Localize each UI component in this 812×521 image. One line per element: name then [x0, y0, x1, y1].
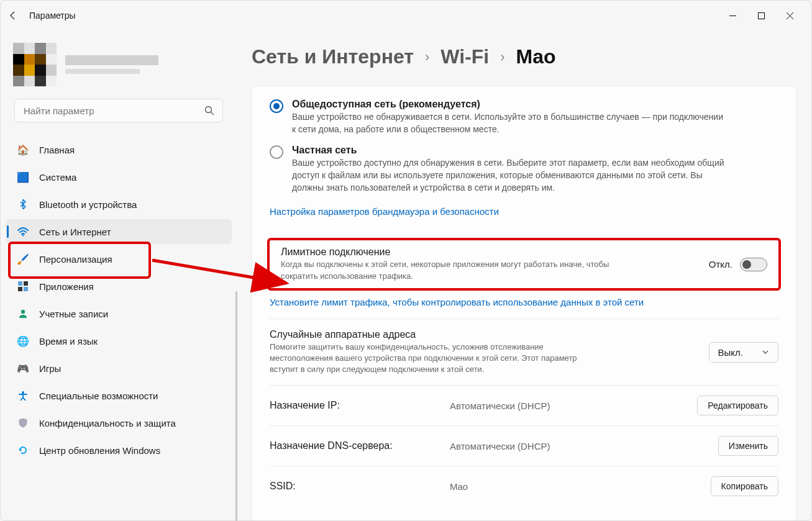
radio-public-desc: Ваше устройство не обнаруживается в сети… [292, 111, 727, 136]
home-icon: 🏠 [17, 143, 29, 156]
dns-label: Назначение DNS-сервера: [270, 440, 437, 451]
user-block[interactable] [13, 43, 224, 86]
dns-assignment-row: Назначение DNS-сервера: Автоматически (D… [270, 425, 778, 466]
sidebar-item-label: Центр обновления Windows [39, 445, 160, 456]
dropdown-value: Выкл. [718, 347, 743, 358]
sidebar-item-apps[interactable]: Приложения [6, 274, 232, 299]
system-icon: 🟦 [17, 171, 29, 183]
ip-assignment-row: Назначение IP: Автоматически (DHCP) Реда… [270, 385, 778, 425]
main-panel: Сеть и Интернет › Wi-Fi › Mao Общедоступ… [237, 30, 811, 520]
chevron-right-icon: › [425, 49, 429, 65]
sidebar-item-label: Специальные возможности [39, 391, 158, 401]
dns-value: Автоматически (DHCP) [450, 441, 706, 451]
radio-private-row: Частная сеть Ваше устройство доступно дл… [270, 145, 778, 194]
sidebar-item-label: Bluetooth и устройства [39, 199, 137, 210]
ssid-row: SSID: Mao Копировать [270, 466, 778, 506]
random-mac-dropdown[interactable]: Выкл. [709, 342, 778, 363]
search-icon [204, 106, 214, 117]
search-input[interactable] [14, 99, 223, 122]
titlebar-left: Параметры [8, 11, 76, 20]
sidebar-item-label: Приложения [39, 281, 94, 292]
window-controls [718, 6, 804, 25]
metered-desc: Когда вы подключены к этой сети, некотор… [281, 259, 641, 281]
titlebar: Параметры [1, 1, 811, 30]
radio-private[interactable] [270, 145, 283, 159]
sidebar-item-time-language[interactable]: 🌐 Время и язык [6, 328, 232, 353]
ip-label: Назначение IP: [270, 400, 437, 411]
sidebar-item-accessibility[interactable]: Специальные возможности [6, 383, 232, 408]
sidebar-item-gaming[interactable]: 🎮 Игры [6, 356, 232, 381]
sidebar-item-label: Главная [39, 145, 75, 155]
dns-edit-button[interactable]: Изменить [718, 436, 778, 456]
random-mac-desc: Помогите защитить вашу конфиденциальност… [270, 342, 605, 376]
metered-title: Лимитное подключение [281, 247, 696, 258]
radio-private-desc: Ваше устройство доступно для обнаружения… [292, 156, 727, 194]
shield-icon [17, 417, 29, 429]
random-mac-row: Случайные аппаратные адреса Помогите защ… [270, 319, 778, 386]
ssid-value: Mao [450, 481, 698, 492]
sidebar-item-label: Игры [39, 363, 61, 374]
breadcrumb-level2[interactable]: Wi-Fi [440, 45, 489, 68]
svg-point-7 [21, 310, 25, 314]
app-title: Параметры [29, 11, 76, 20]
sidebar-item-label: Сеть и Интернет [39, 227, 111, 237]
ssid-copy-button[interactable]: Копировать [711, 476, 778, 496]
settings-window: Параметры [0, 0, 812, 521]
update-icon [17, 444, 29, 456]
sidebar-item-bluetooth[interactable]: Bluetooth и устройства [6, 192, 232, 217]
nav-list: 🏠 Главная 🟦 Система Bluetooth и устройст… [1, 137, 237, 463]
metered-toggle[interactable] [740, 258, 767, 271]
gamepad-icon: 🎮 [17, 362, 29, 374]
sidebar: 🏠 Главная 🟦 Система Bluetooth и устройст… [1, 30, 237, 520]
content-area: 🏠 Главная 🟦 Система Bluetooth и устройст… [1, 30, 811, 520]
sidebar-item-privacy[interactable]: Конфиденциальность и защита [6, 410, 232, 435]
svg-point-1 [206, 107, 212, 113]
apps-icon [17, 280, 29, 292]
settings-card: Общедоступная сеть (рекомендуется) Ваше … [252, 86, 796, 520]
sidebar-item-label: Время и язык [39, 336, 98, 347]
data-limit-link[interactable]: Установите лимит трафика, чтобы контроли… [270, 297, 644, 307]
breadcrumb-current: Mao [516, 45, 556, 68]
scrollbar[interactable] [235, 291, 237, 521]
globe-icon: 🌐 [17, 335, 29, 347]
breadcrumb: Сеть и Интернет › Wi-Fi › Mao [252, 45, 796, 68]
avatar [13, 43, 57, 86]
firewall-settings-link[interactable]: Настройка параметров брандмауэра и безоп… [270, 206, 499, 217]
brush-icon: 🖌️ [17, 253, 29, 265]
radio-public-row: Общедоступная сеть (рекомендуется) Ваше … [270, 99, 778, 136]
sidebar-item-update[interactable]: Центр обновления Windows [6, 438, 232, 463]
svg-rect-3 [18, 281, 22, 286]
radio-public-title: Общедоступная сеть (рекомендуется) [292, 99, 778, 110]
radio-private-title: Частная сеть [292, 145, 778, 156]
random-mac-title: Случайные аппаратные адреса [270, 329, 696, 340]
metered-toggle-wrap: Откл. [709, 258, 767, 271]
sidebar-item-system[interactable]: 🟦 Система [6, 165, 232, 189]
ssid-label: SSID: [270, 481, 437, 492]
ip-edit-button[interactable]: Редактировать [697, 396, 778, 415]
maximize-button[interactable] [747, 6, 775, 25]
radio-public[interactable] [270, 99, 283, 113]
sidebar-item-personalization[interactable]: 🖌️ Персонализация [6, 247, 232, 271]
sidebar-item-label: Учетные записи [39, 309, 108, 319]
sidebar-item-network[interactable]: Сеть и Интернет [6, 219, 232, 244]
svg-rect-4 [24, 281, 28, 286]
user-text [65, 55, 158, 74]
back-button[interactable] [8, 11, 18, 20]
ip-value: Автоматически (DHCP) [450, 401, 685, 411]
sidebar-item-label: Система [39, 172, 76, 183]
sidebar-item-label: Конфиденциальность и защита [39, 418, 176, 428]
svg-point-2 [22, 235, 24, 237]
close-button[interactable] [775, 6, 804, 25]
sidebar-item-label: Персонализация [39, 254, 112, 265]
svg-rect-6 [24, 287, 28, 291]
accessibility-icon [17, 389, 29, 402]
sidebar-item-accounts[interactable]: Учетные записи [6, 301, 232, 326]
svg-rect-0 [758, 12, 764, 19]
sidebar-item-home[interactable]: 🏠 Главная [6, 137, 232, 162]
chevron-down-icon [762, 347, 769, 358]
metered-connection-block: Лимитное подключение Когда вы подключены… [270, 240, 778, 288]
breadcrumb-level1[interactable]: Сеть и Интернет [252, 45, 414, 68]
minimize-button[interactable] [718, 6, 747, 25]
svg-rect-5 [18, 287, 22, 291]
person-icon [17, 307, 29, 320]
